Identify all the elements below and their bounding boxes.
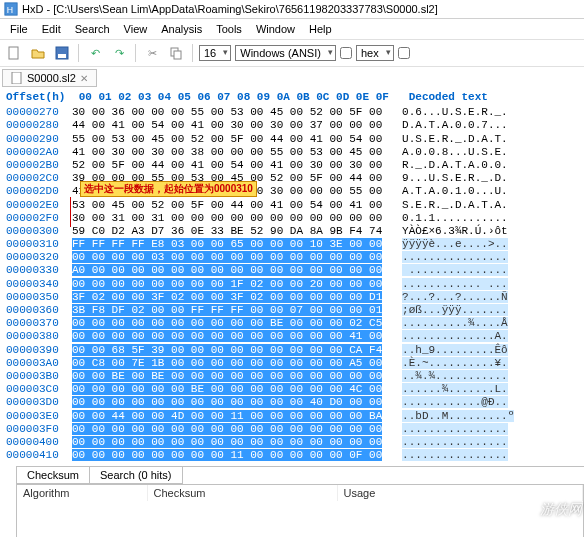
hex-row[interactable]: 000003D0 00 00 00 00 00 00 00 00 00 00 0…	[6, 396, 584, 409]
hex-row[interactable]: 000002F0 30 00 31 00 31 00 00 00 00 00 0…	[6, 212, 584, 225]
titlebar: H HxD - [C:\Users\Sean Lim\AppData\Roami…	[0, 0, 584, 19]
svg-rect-2	[9, 47, 18, 59]
columns-combo[interactable]: 16	[199, 45, 231, 61]
menubar: File Edit Search View Analysis Tools Win…	[0, 19, 584, 40]
cut-button[interactable]: ✂	[142, 43, 162, 63]
checksum-panel: Algorithm Checksum Usage	[16, 484, 584, 537]
open-button[interactable]	[28, 43, 48, 63]
menu-search[interactable]: Search	[69, 21, 116, 37]
hex-row[interactable]: 000003A0 00 C8 00 7E 1B 00 00 00 00 00 0…	[6, 357, 584, 370]
close-tab-icon[interactable]: ✕	[80, 73, 88, 84]
menu-analysis[interactable]: Analysis	[155, 21, 208, 37]
encoding-checkbox[interactable]	[340, 47, 352, 59]
bottom-panel-tabs: Checksum Search (0 hits)	[16, 466, 584, 484]
svg-rect-4	[58, 54, 66, 58]
menu-file[interactable]: File	[4, 21, 34, 37]
col-algorithm[interactable]: Algorithm	[17, 485, 147, 501]
col-checksum[interactable]: Checksum	[147, 485, 337, 501]
copy-button[interactable]	[166, 43, 186, 63]
hex-row[interactable]: 00000340 00 00 00 00 00 00 00 00 1F 02 0…	[6, 278, 584, 291]
number-base-combo[interactable]: hex	[356, 45, 394, 61]
svg-rect-6	[174, 51, 181, 59]
hex-row[interactable]: 00000410 00 00 00 00 00 00 00 00 11 00 0…	[6, 449, 584, 462]
hex-row[interactable]: 00000270 30 00 36 00 00 00 55 00 53 00 4…	[6, 106, 584, 119]
hex-row[interactable]: 000002E0 53 00 45 00 52 00 5F 00 44 00 4…	[6, 199, 584, 212]
toolbar: ↶ ↷ ✂ 16 Windows (ANSI) hex	[0, 40, 584, 67]
annotation-callout: 选中这一段数据，起始位置为0000310	[80, 181, 257, 197]
redo-button[interactable]: ↷	[109, 43, 129, 63]
hex-row[interactable]: 000003F0 00 00 00 00 00 00 00 00 00 00 0…	[6, 423, 584, 436]
hex-header: Offset(h) 00 01 02 03 04 05 06 07 08 09 …	[6, 91, 584, 104]
hex-row[interactable]: 00000300 59 C0 D2 A3 D7 36 0E 33 BE 52 9…	[6, 225, 584, 238]
titlebar-text: HxD - [C:\Users\Sean Lim\AppData\Roaming…	[22, 3, 438, 15]
hex-row[interactable]: 00000380 00 00 00 00 00 00 00 00 00 00 0…	[6, 330, 584, 343]
base-checkbox[interactable]	[398, 47, 410, 59]
hex-row[interactable]: 00000360 3B F8 DF 02 00 00 FF FF FF 00 0…	[6, 304, 584, 317]
hex-row[interactable]: 00000350 3F 02 00 00 3F 02 00 00 3F 02 0…	[6, 291, 584, 304]
menu-edit[interactable]: Edit	[36, 21, 67, 37]
tab-checksum[interactable]: Checksum	[16, 467, 90, 484]
hex-row[interactable]: 00000400 00 00 00 00 00 00 00 00 00 00 0…	[6, 436, 584, 449]
hex-row[interactable]: 00000330 A0 00 00 00 00 00 00 00 00 00 0…	[6, 264, 584, 277]
menu-window[interactable]: Window	[250, 21, 301, 37]
hex-row[interactable]: 00000310 FF FF FF FF E8 03 00 00 65 00 0…	[6, 238, 584, 251]
svg-rect-7	[12, 72, 21, 84]
hex-row[interactable]: 000002B0 52 00 5F 00 44 00 41 00 54 00 4…	[6, 159, 584, 172]
save-button[interactable]	[52, 43, 72, 63]
hex-row[interactable]: 00000320 00 00 00 00 03 00 00 00 00 00 0…	[6, 251, 584, 264]
tab-search[interactable]: Search (0 hits)	[89, 467, 183, 484]
menu-tools[interactable]: Tools	[210, 21, 248, 37]
document-tab[interactable]: S0000.sl2 ✕	[2, 69, 97, 87]
hex-row[interactable]: 00000370 00 00 00 00 00 00 00 00 00 00 B…	[6, 317, 584, 330]
hex-row[interactable]: 000003E0 00 00 44 00 00 4D 00 00 11 00 0…	[6, 410, 584, 423]
hex-row[interactable]: 00000390 00 00 68 5F 39 00 00 00 00 00 0…	[6, 344, 584, 357]
hex-row[interactable]: 000002A0 41 00 30 00 30 00 38 00 00 00 5…	[6, 146, 584, 159]
col-usage[interactable]: Usage	[337, 485, 583, 501]
hex-row[interactable]: 000003B0 00 00 BE 00 BE 00 00 00 00 00 0…	[6, 370, 584, 383]
hex-row[interactable]: 00000290 55 00 53 00 45 00 52 00 5F 00 4…	[6, 133, 584, 146]
hex-row[interactable]: 000003C0 00 00 00 00 00 00 BE 00 00 00 0…	[6, 383, 584, 396]
file-icon	[11, 72, 23, 84]
document-tab-label: S0000.sl2	[27, 72, 76, 84]
menu-help[interactable]: Help	[303, 21, 338, 37]
encoding-combo[interactable]: Windows (ANSI)	[235, 45, 336, 61]
new-file-button[interactable]	[4, 43, 24, 63]
menu-view[interactable]: View	[118, 21, 154, 37]
app-logo-icon: H	[4, 2, 18, 16]
annotation-arrow	[70, 197, 71, 227]
hex-row[interactable]: 00000280 44 00 41 00 54 00 41 00 30 00 3…	[6, 119, 584, 132]
svg-text:H: H	[7, 5, 13, 15]
hex-editor[interactable]: 选中这一段数据，起始位置为0000310 Offset(h) 00 01 02 …	[0, 87, 584, 462]
undo-button[interactable]: ↶	[85, 43, 105, 63]
